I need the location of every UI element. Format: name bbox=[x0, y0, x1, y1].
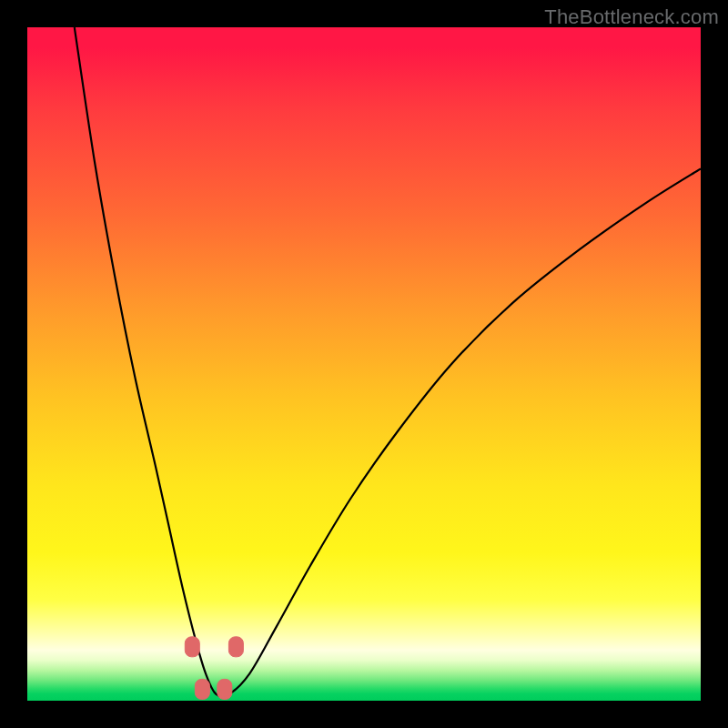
curve-marker-0 bbox=[185, 637, 199, 657]
curve-marker-2 bbox=[195, 679, 209, 699]
plot-area bbox=[27, 27, 701, 701]
chart-canvas: TheBottleneck.com bbox=[0, 0, 728, 728]
curve-marker-3 bbox=[217, 679, 232, 699]
curve-marker-1 bbox=[228, 637, 243, 657]
curve-svg bbox=[27, 27, 701, 701]
watermark-text: TheBottleneck.com bbox=[544, 5, 719, 29]
bottleneck-curve bbox=[75, 27, 701, 696]
